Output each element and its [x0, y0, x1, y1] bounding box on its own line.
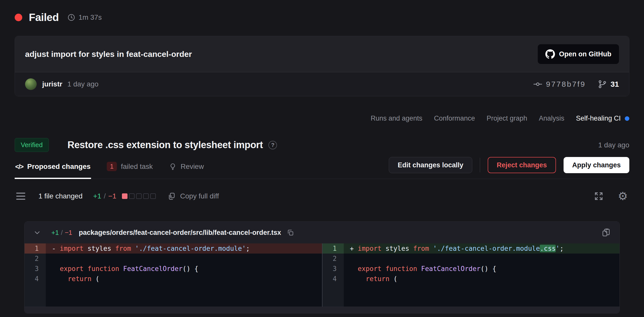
- commit-sha-wrap[interactable]: 9778b7f9: [533, 80, 586, 89]
- diff-filler: [25, 284, 322, 307]
- diffstat-separator: /: [104, 192, 106, 200]
- clock-icon: [67, 13, 75, 21]
- diff-line: 2: [25, 254, 322, 264]
- copy-path-icon[interactable]: [287, 229, 294, 236]
- run-duration: 1m 37s: [78, 13, 102, 21]
- commit-title: adjust import for styles in feat-cancel-…: [25, 50, 192, 59]
- stat-square-empty: [129, 193, 135, 199]
- line-number: 3: [25, 264, 46, 274]
- edit-changes-locally-button[interactable]: Edit changes locally: [389, 157, 472, 173]
- diff-line: 1- import styles from './feat-cancel-ord…: [25, 243, 322, 254]
- diffstat: +1 / −1: [93, 192, 116, 200]
- commit-meta-right: 9778b7f9 31: [533, 79, 619, 89]
- tab-review[interactable]: Review: [168, 158, 204, 179]
- diff-body: 1- import styles from './feat-cancel-ord…: [25, 243, 619, 307]
- fix-title: Restore .css extension to stylesheet imp…: [68, 140, 263, 150]
- code-icon: </>: [15, 163, 23, 171]
- diff-line: 2: [323, 254, 619, 264]
- nav-item-runs-and-agents[interactable]: Runs and agents: [371, 115, 422, 122]
- code-content: [46, 254, 322, 264]
- diff-pane-old: 1- import styles from './feat-cancel-ord…: [25, 243, 322, 307]
- failed-status-dot-icon: [15, 14, 22, 21]
- line-number: 4: [25, 274, 46, 284]
- copy-full-diff-label: Copy full diff: [180, 192, 219, 200]
- fullscreen-icon[interactable]: [594, 191, 604, 201]
- nav-item-analysis[interactable]: Analysis: [539, 115, 564, 122]
- commit-author: juristr: [42, 80, 62, 88]
- file-list-menu-icon[interactable]: [16, 193, 25, 200]
- diff-file-header: +1 / −1 packages/orders/feat-cancel-orde…: [25, 222, 619, 243]
- page: Failed 1m 37s adjust import for styles i…: [0, 0, 644, 313]
- code-content: - import styles from './feat-cancel-orde…: [46, 243, 322, 254]
- line-number: 2: [323, 254, 344, 264]
- tabs: </> Proposed changes 1 failed task Revie…: [15, 158, 389, 179]
- line-number: 4: [323, 274, 344, 284]
- deletions-count: −1: [108, 192, 116, 200]
- commit-time-ago: 1 day ago: [67, 80, 98, 88]
- branch-count: 31: [611, 80, 619, 88]
- nav-item-project-graph[interactable]: Project graph: [487, 115, 527, 122]
- lightbulb-icon: [169, 163, 177, 170]
- run-status-row: Failed 1m 37s: [15, 12, 629, 23]
- diff-stat-squares: [122, 193, 156, 199]
- code-content: return (: [46, 274, 322, 284]
- stat-square-empty: [143, 193, 149, 199]
- diff-toolbar: 1 file changed +1 / −1 Copy full diff: [15, 191, 629, 202]
- stat-square-filled: [122, 193, 127, 199]
- files-changed-label: 1 file changed: [38, 192, 82, 200]
- tab-failed-task[interactable]: 1 failed task: [106, 158, 153, 179]
- verified-badge: Verified: [15, 138, 49, 152]
- stat-square-empty: [150, 193, 156, 199]
- tab-label: Proposed changes: [27, 163, 91, 171]
- code-content: [344, 254, 619, 264]
- diff-line: 4 return (: [323, 274, 619, 284]
- branch-count-wrap: 31: [597, 79, 619, 89]
- top-nav: Runs and agents Conformance Project grap…: [15, 115, 629, 122]
- code-content: return (: [344, 274, 619, 284]
- code-content: + import styles from './feat-cancel-orde…: [344, 243, 619, 254]
- copy-file-contents-icon[interactable]: [601, 228, 611, 237]
- diff-line: 4 return (: [25, 274, 322, 284]
- open-on-github-button[interactable]: Open on GitHub: [538, 44, 619, 64]
- fix-time-ago: 1 day ago: [598, 141, 629, 149]
- notification-dot-icon: [625, 116, 629, 121]
- run-status-label: Failed: [29, 11, 59, 24]
- commit-card-header: adjust import for styles in feat-cancel-…: [15, 36, 629, 72]
- open-on-github-label: Open on GitHub: [559, 50, 611, 58]
- commit-sha: 9778b7f9: [546, 80, 586, 88]
- copy-full-diff-button[interactable]: Copy full diff: [167, 192, 219, 200]
- diff-line: 3 export function FeatCancelOrder() {: [25, 264, 322, 274]
- diff-line: 1+ import styles from './feat-cancel-ord…: [323, 243, 619, 254]
- tab-proposed-changes[interactable]: </> Proposed changes: [15, 158, 91, 179]
- fix-header: Verified Restore .css extension to style…: [15, 138, 629, 152]
- nav-item-self-healing-ci[interactable]: Self-healing CI: [576, 115, 629, 122]
- diff-pane-new: 1+ import styles from './feat-cancel-ord…: [322, 243, 619, 307]
- code-content: export function FeatCancelOrder() {: [344, 264, 619, 274]
- copy-icon: [167, 192, 176, 200]
- additions-count: +1: [93, 192, 101, 200]
- reject-changes-button[interactable]: Reject changes: [488, 157, 556, 173]
- tab-label: Review: [181, 163, 204, 171]
- diff-toolbar-right: ⚙: [594, 191, 628, 202]
- file-deletions: −1: [65, 229, 72, 237]
- help-icon[interactable]: ?: [268, 141, 277, 149]
- apply-changes-button[interactable]: Apply changes: [564, 157, 629, 173]
- line-number: 2: [25, 254, 46, 264]
- collapse-chevron-icon[interactable]: [33, 229, 41, 237]
- file-diffstat-separator: /: [61, 229, 63, 237]
- tab-label: failed task: [121, 163, 153, 171]
- nav-item-label: Self-healing CI: [576, 115, 621, 122]
- commit-icon: [533, 80, 542, 89]
- commit-card: adjust import for styles in feat-cancel-…: [15, 36, 629, 96]
- code-content: export function FeatCancelOrder() {: [46, 264, 322, 274]
- commit-meta-row: juristr 1 day ago 9778b7f9: [15, 72, 629, 96]
- line-number: 1: [25, 243, 46, 254]
- file-additions: +1: [51, 229, 59, 237]
- nav-item-conformance[interactable]: Conformance: [434, 115, 475, 122]
- author-avatar: [25, 78, 37, 90]
- gear-icon[interactable]: ⚙: [618, 191, 628, 202]
- line-number: 1: [323, 243, 344, 254]
- github-icon: [545, 49, 555, 59]
- diff-line: 3 export function FeatCancelOrder() {: [323, 264, 619, 274]
- diff-card-footer: [25, 307, 619, 313]
